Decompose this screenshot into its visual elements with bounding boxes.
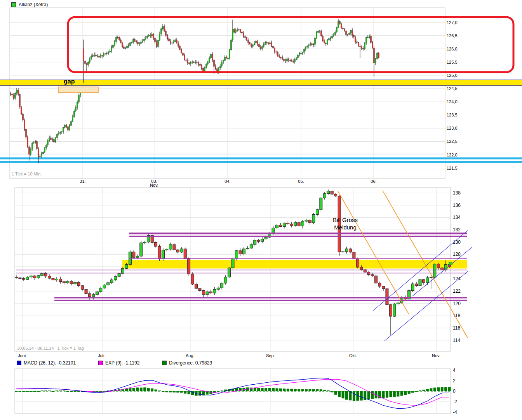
candle-bullish	[342, 252, 345, 252]
divergence-bar	[320, 389, 322, 391]
candle-bearish	[63, 282, 65, 283]
candle-bullish	[264, 237, 267, 239]
candle-bullish	[44, 148, 45, 153]
purple-band-annotation[interactable]	[54, 300, 467, 301]
divergence-bar	[176, 391, 179, 392]
divergence-bar	[143, 387, 146, 391]
x-axis-label: 04.	[224, 179, 230, 184]
candle-bearish	[239, 251, 242, 254]
candle-bearish	[245, 36, 246, 38]
divergence-bar	[301, 389, 304, 391]
candle-bullish	[16, 90, 17, 93]
divergence-bar	[147, 388, 150, 391]
y-axis-label: 127,0	[447, 20, 458, 25]
candle-bearish	[360, 267, 363, 269]
candle-bullish	[206, 292, 209, 295]
candle-bullish	[316, 33, 317, 38]
news-annotation-label[interactable]: Bill Gross Meldung	[324, 216, 367, 231]
candle-bearish	[321, 31, 322, 36]
divergence-bar	[360, 391, 363, 401]
candle-bearish	[246, 38, 247, 40]
yellow-zone-annotation[interactable]	[122, 260, 467, 269]
candle-bullish	[320, 198, 322, 210]
macd-legend-item-2: Divergence: 0,79823	[162, 360, 212, 366]
candle-bearish	[50, 138, 52, 140]
candle-bearish	[279, 56, 280, 57]
candle-bearish	[167, 35, 168, 39]
divergence-bar	[433, 388, 436, 391]
candle-bullish	[118, 273, 120, 276]
candle-bullish	[143, 242, 146, 243]
candle-bearish	[187, 61, 188, 63]
divergence-bar	[422, 390, 425, 391]
purple-band-annotation[interactable]	[54, 297, 467, 299]
candle-bearish	[357, 42, 358, 42]
candle-bearish	[52, 278, 54, 280]
divergence-bar	[151, 389, 153, 391]
candle-bullish	[141, 42, 142, 43]
candle-bullish	[419, 279, 421, 286]
divergence-bar	[323, 390, 326, 391]
news-annotation-line1: Bill Gross	[324, 216, 367, 224]
candle-bearish	[291, 61, 292, 61]
candle-bullish	[327, 40, 328, 44]
candle-bullish	[94, 55, 95, 55]
candle-bullish	[111, 47, 112, 51]
cyan-support-line-annotation[interactable]	[0, 157, 522, 159]
candle-bullish	[75, 108, 77, 111]
candle-bullish	[332, 36, 333, 38]
candle-bearish	[212, 54, 213, 60]
candle-bearish	[178, 43, 179, 46]
instrument-title: Allianz (Xetra)	[19, 2, 48, 7]
divergence-bar	[261, 388, 264, 391]
divergence-bar	[70, 391, 73, 392]
divergence-bar	[19, 391, 21, 392]
divergence-bar	[448, 387, 451, 391]
candle-bearish	[285, 61, 286, 61]
candle-bullish	[158, 40, 159, 47]
candle-bullish	[224, 277, 227, 283]
divergence-bar	[386, 391, 388, 398]
candle-bearish	[156, 42, 157, 47]
bottom-chart: 138136134132130128126124122120118116114J…	[15, 187, 472, 358]
gap-annotation-label[interactable]: gap	[64, 78, 75, 85]
candle-bullish	[133, 40, 134, 42]
candle-bearish	[341, 24, 342, 28]
candle-bullish	[114, 276, 117, 280]
candle-bearish	[54, 140, 55, 142]
y-axis-label: 124,5	[447, 86, 458, 91]
blue-trendline-annotation[interactable]	[373, 231, 468, 311]
macd-legend-item-1: EXP (9): -1,1192	[98, 360, 139, 366]
candle-bullish	[377, 53, 378, 59]
candle-bullish	[72, 117, 73, 121]
candle-bullish	[349, 33, 350, 35]
y-axis-label: 122	[453, 288, 461, 294]
purple-band-annotation[interactable]	[129, 233, 467, 234]
gap-box-annotation[interactable]	[58, 87, 98, 93]
divergence-bar	[59, 390, 62, 391]
cyan-support-line-annotation[interactable]	[0, 161, 522, 163]
divergence-bar	[298, 389, 300, 391]
candle-bearish	[117, 37, 118, 38]
candle-bearish	[437, 264, 440, 268]
candle-bearish	[188, 259, 190, 274]
candle-bullish	[304, 49, 305, 52]
candle-bearish	[89, 293, 91, 297]
candle-bullish	[272, 228, 275, 233]
divergence-bar	[279, 389, 282, 391]
candle-bearish	[334, 194, 337, 196]
candle-bearish	[179, 46, 181, 49]
candle-bullish	[195, 62, 196, 62]
candle-bearish	[19, 94, 21, 107]
candle-bullish	[298, 55, 299, 58]
purple-band-annotation[interactable]	[129, 236, 467, 237]
candle-bullish	[151, 34, 153, 36]
candle-bearish	[282, 57, 283, 59]
candle-bullish	[204, 68, 205, 71]
candle-bearish	[15, 277, 18, 278]
top-chart-timeframe-note: 1 Tick = 10 Min.	[12, 172, 42, 176]
legend-label: EXP (9): -1,1192	[105, 360, 139, 366]
yellow-zone-annotation[interactable]	[0, 80, 522, 86]
divergence-bar	[162, 391, 165, 392]
orange-trendline-annotation[interactable]	[338, 191, 409, 314]
